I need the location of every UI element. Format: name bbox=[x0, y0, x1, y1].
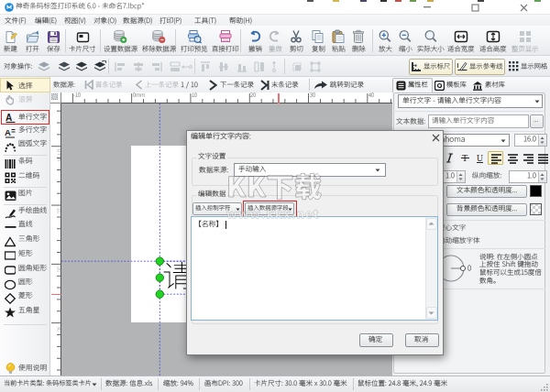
svg-text:A: A bbox=[5, 127, 11, 137]
svg-text:U: U bbox=[477, 154, 483, 163]
svg-text:A: A bbox=[6, 113, 12, 123]
